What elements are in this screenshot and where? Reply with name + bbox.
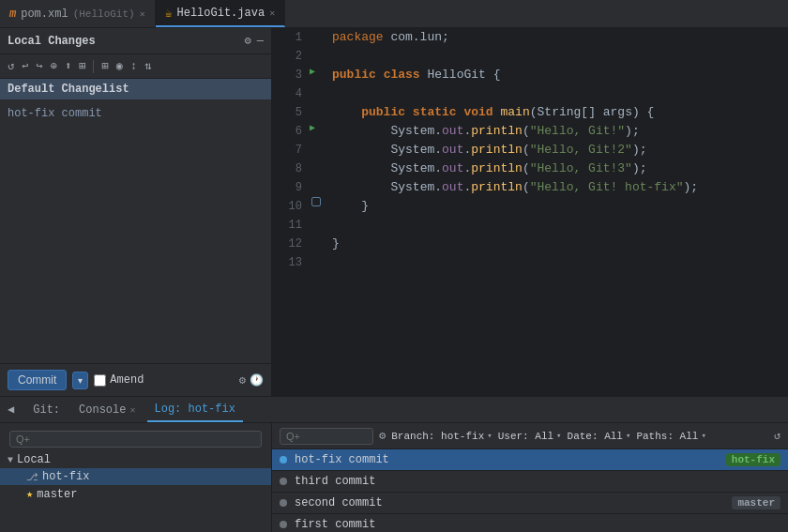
branch-hotfix-label: hot-fix — [42, 470, 89, 483]
date-filter[interactable]: Date: All ▾ — [568, 431, 631, 442]
amend-checkbox-area[interactable]: Amend — [94, 373, 144, 387]
pom-icon: m — [9, 8, 16, 21]
eye-icon[interactable]: ◉ — [114, 58, 125, 74]
log-toolbar: ⚙ Branch: hot-fix ▾ User: All ▾ Date: Al… — [272, 423, 788, 449]
main-content: Local Changes ⚙ — ↺ ↩ ↪ ⊕ ⬆ ⊞ ⊞ ◉ ↕ ⇅ De… — [0, 28, 788, 396]
commit-tag-1: hot-fix — [726, 453, 780, 466]
commit-dropdown-button[interactable]: ▾ — [72, 372, 88, 389]
bottom-panel: ◀ Git: Console ✕ Log: hot-fix ▼ Local ⎇ … — [0, 396, 788, 532]
add-icon[interactable]: ⊕ — [49, 58, 59, 74]
amend-icons: ⚙ 🕐 — [239, 373, 264, 388]
tree-icon[interactable]: ⊞ — [99, 58, 110, 74]
branch-filter[interactable]: Branch: hot-fix ▾ — [391, 431, 492, 442]
code-line-6: System.out.println("Hello, Git!"); — [332, 122, 780, 141]
line-num-12: 12 — [272, 235, 302, 253]
log-settings-icon[interactable]: ⚙ — [379, 429, 386, 443]
tab-hellogit-close[interactable]: ✕ — [269, 8, 275, 19]
tab-console[interactable]: Console ✕ — [71, 397, 143, 422]
expand-arrow-local: ▼ — [8, 455, 13, 465]
line-num-11: 11 — [272, 216, 302, 235]
commit-dot-1 — [280, 456, 287, 464]
editor-panel: 1 2 3 4 5 6 7 8 9 10 11 12 13 ▶ ▶ — [272, 28, 788, 396]
panel-title: Local Changes — [8, 35, 96, 48]
user-filter-label: User: All — [498, 431, 553, 442]
code-area[interactable]: package com.lun; public class HelloGit {… — [325, 28, 788, 396]
local-label: Local — [17, 453, 51, 466]
commit-btn-area: Commit ▾ Amend ⚙ 🕐 — [0, 363, 271, 396]
line-num-8: 8 — [272, 160, 302, 178]
bottom-content: ▼ Local ⎇ hot-fix ★ master ⚙ Branch: hot… — [0, 423, 788, 532]
refresh-icon[interactable]: ↺ — [6, 58, 16, 74]
commit-button[interactable]: Commit — [8, 370, 67, 390]
tab-bar: m pom.xml (HelloGit) ✕ ☕ HelloGit.java ✕ — [0, 0, 788, 28]
tab-log[interactable]: Log: hot-fix — [147, 397, 243, 422]
commit-msg-2: third commit — [295, 475, 780, 488]
commit-item-3[interactable]: second commit master — [272, 493, 788, 514]
shelve-icon[interactable]: ⊞ — [77, 58, 87, 74]
commit-item-4[interactable]: first commit — [272, 514, 788, 532]
tab-log-label: Log: hot-fix — [155, 403, 235, 416]
arrow-line5[interactable]: ▶ — [310, 122, 315, 133]
panel-header: Local Changes ⚙ — — [0, 28, 271, 54]
upload-icon[interactable]: ⬆ — [63, 58, 73, 74]
code-line-7: System.out.println("Hello, Git!2"); — [332, 141, 780, 160]
commit-tag-3: master — [732, 496, 780, 509]
branch-hotfix-icon: ⎇ — [26, 471, 38, 483]
sort-icon[interactable]: ↕ — [129, 59, 139, 74]
line-num-1: 1 — [272, 28, 302, 47]
bottom-tabs: ◀ Git: Console ✕ Log: hot-fix — [0, 397, 788, 423]
commit-history-icon[interactable]: 🕐 — [250, 373, 264, 388]
changelist-header[interactable]: Default Changelist — [0, 79, 271, 99]
code-line-5: public static void main(String[] args) { — [332, 103, 780, 122]
code-line-12: } — [332, 235, 780, 253]
branch-master-label: master — [37, 488, 77, 501]
settings-icon[interactable]: ⚙ — [245, 34, 251, 48]
changelist-label: Default Changelist — [8, 83, 129, 96]
paths-filter[interactable]: Paths: All ▾ — [636, 431, 705, 442]
redo-icon[interactable]: ↪ — [34, 58, 44, 74]
star-master-icon: ★ — [26, 487, 33, 501]
undo-icon[interactable]: ↩ — [20, 58, 30, 74]
tab-pom-close[interactable]: ✕ — [140, 8, 145, 20]
commit-dot-4 — [280, 521, 287, 528]
line-num-4: 4 — [272, 84, 302, 103]
commit-msg-4: first commit — [295, 518, 780, 531]
commit-dot-3 — [280, 499, 287, 507]
line-num-2: 2 — [272, 47, 302, 66]
bottom-back-icon[interactable]: ◀ — [8, 403, 14, 417]
bottom-nav-icons: ◀ — [8, 403, 14, 417]
minimize-icon[interactable]: — — [257, 35, 264, 48]
code-line-2 — [332, 47, 780, 66]
line-num-13: 13 — [272, 253, 302, 272]
date-filter-arrow: ▾ — [626, 431, 630, 441]
filter-icon[interactable]: ⇅ — [143, 58, 153, 74]
tab-hellogit[interactable]: ☕ HelloGit.java ✕ — [156, 0, 285, 27]
line-num-7: 7 — [272, 141, 302, 160]
left-panel: Local Changes ⚙ — ↺ ↩ ↪ ⊕ ⬆ ⊞ ⊞ ◉ ↕ ⇅ De… — [0, 28, 272, 396]
line-num-3: 3 — [272, 66, 302, 84]
line-num-10: 10 — [272, 197, 302, 216]
commit-item-1[interactable]: hot-fix commit hot-fix — [272, 449, 788, 471]
branch-master[interactable]: ★ master — [0, 485, 271, 503]
tab-pom-label: pom.xml — [21, 8, 68, 21]
code-line-9: System.out.println("Hello, Git! hot-fix"… — [332, 178, 780, 197]
tab-console-close[interactable]: ✕ — [129, 404, 135, 416]
branch-hotfix[interactable]: ⎇ hot-fix — [0, 468, 271, 485]
amend-checkbox[interactable] — [94, 374, 106, 387]
commit-settings-icon[interactable]: ⚙ — [239, 373, 246, 388]
arrow-line3[interactable]: ▶ — [310, 66, 315, 77]
log-refresh-icon[interactable]: ↺ — [774, 429, 780, 443]
tab-pom[interactable]: m pom.xml (HelloGit) ✕ — [0, 0, 156, 27]
git-search-input[interactable] — [9, 431, 262, 448]
commit-message: hot-fix commit — [8, 107, 102, 120]
tab-git[interactable]: Git: — [25, 397, 68, 422]
user-filter-arrow: ▾ — [556, 431, 561, 441]
log-search-input[interactable] — [280, 428, 373, 445]
code-line-11 — [332, 216, 780, 235]
bookmark-line10[interactable] — [311, 197, 321, 206]
left-toolbar: ↺ ↩ ↪ ⊕ ⬆ ⊞ ⊞ ◉ ↕ ⇅ — [0, 54, 271, 79]
user-filter[interactable]: User: All ▾ — [498, 431, 562, 442]
git-local-header[interactable]: ▼ Local — [0, 451, 271, 468]
commit-item-2[interactable]: third commit — [272, 471, 788, 493]
commit-area: hot-fix commit — [0, 99, 271, 363]
